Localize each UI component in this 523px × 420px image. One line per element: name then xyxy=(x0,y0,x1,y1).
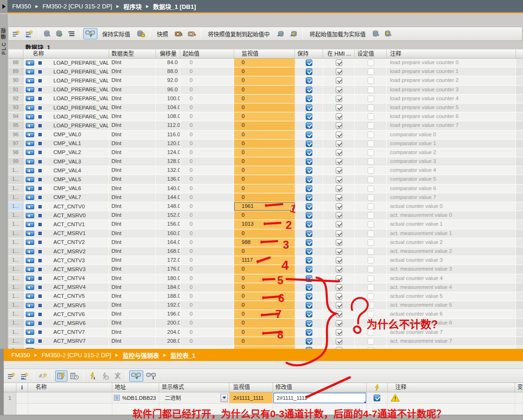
data-type-cell[interactable]: DInt xyxy=(109,328,156,337)
format-dropdown-button[interactable] xyxy=(221,394,228,402)
variable-name-cell[interactable]: ACT_CNTV0 xyxy=(23,202,109,211)
breadcrumb-segment[interactable]: 数据块_1 [DB1] xyxy=(153,2,196,11)
start-value-cell[interactable]: 0 xyxy=(180,131,234,140)
start-value-cell[interactable]: 0 xyxy=(180,220,234,229)
start-value-cell[interactable]: 0 xyxy=(180,274,234,283)
copy-to-start-alt-icon[interactable] xyxy=(287,28,300,39)
add-row-icon[interactable] xyxy=(23,28,36,39)
hmi-visible-checkbox[interactable] xyxy=(336,221,342,228)
variable-name-cell[interactable]: LOAD_PREPARE_VAL6 xyxy=(23,112,109,121)
variable-name-cell[interactable]: LOAD_PREPARE_VAL5 xyxy=(23,103,109,112)
variable-name-cell[interactable]: ACT_MSRV1 xyxy=(23,229,109,238)
comment-cell[interactable]: ! xyxy=(388,392,515,404)
setpoint-checkbox[interactable] xyxy=(368,302,374,309)
retain-checkbox[interactable] xyxy=(306,302,312,309)
data-type-cell[interactable]: DInt xyxy=(109,184,156,193)
hmi-visible-checkbox[interactable] xyxy=(336,113,342,120)
data-type-cell[interactable]: DInt xyxy=(109,121,156,130)
start-value-cell[interactable]: 0 xyxy=(180,95,234,103)
start-value-cell[interactable]: 0 xyxy=(180,166,234,175)
setpoint-checkbox[interactable] xyxy=(368,257,374,264)
variable-name-cell[interactable]: LOAD_PREPARE_VAL0 xyxy=(23,59,109,67)
variable-name-cell[interactable]: ACT_MSRV4 xyxy=(23,283,109,292)
comment-cell[interactable]: load prepare value counter 3 xyxy=(387,86,516,95)
variable-name-cell[interactable]: LOAD_PREPARE_VAL7 xyxy=(23,121,109,130)
comment-cell[interactable]: load prepare value counter 2 xyxy=(387,76,516,85)
comment-cell[interactable]: actual counter value 1 xyxy=(387,220,516,229)
hmi-visible-checkbox[interactable] xyxy=(336,239,342,246)
list-icon[interactable] xyxy=(66,28,77,39)
retain-checkbox[interactable] xyxy=(306,257,312,264)
setpoint-checkbox[interactable] xyxy=(368,122,374,129)
hmi-visible-checkbox[interactable] xyxy=(336,68,342,75)
sidebar-tab-plc-programming[interactable]: PLC 编程 xyxy=(0,14,7,349)
start-value-cell[interactable]: 0 xyxy=(180,157,234,166)
setpoint-checkbox[interactable] xyxy=(368,311,374,317)
comment-cell[interactable]: comparator value 7 xyxy=(387,193,516,202)
monitor-once-icon[interactable]: 1 xyxy=(144,370,158,382)
data-type-cell[interactable]: DInt xyxy=(109,166,156,175)
retain-checkbox[interactable] xyxy=(306,221,312,228)
setpoint-checkbox[interactable] xyxy=(368,329,374,336)
setpoint-checkbox[interactable] xyxy=(368,203,374,210)
setpoint-checkbox[interactable] xyxy=(368,212,374,219)
comment-cell[interactable]: comparator value 5 xyxy=(387,175,516,184)
hmi-visible-checkbox[interactable] xyxy=(336,230,342,237)
data-type-cell[interactable]: DInt xyxy=(109,247,156,256)
start-value-cell[interactable]: 0 xyxy=(180,310,234,319)
comment-cell[interactable]: actual counter value 6 xyxy=(387,310,516,319)
hmi-visible-checkbox[interactable] xyxy=(336,203,342,210)
data-type-cell[interactable]: DInt xyxy=(109,59,156,67)
comment-cell[interactable]: load prepare value counter 1 xyxy=(387,67,516,76)
retain-checkbox[interactable] xyxy=(306,266,312,273)
variable-name-cell[interactable]: ACT_MSRV6 xyxy=(23,319,109,328)
retain-checkbox[interactable] xyxy=(306,158,312,165)
setpoint-checkbox[interactable] xyxy=(368,275,374,282)
start-value-cell[interactable]: 0 xyxy=(180,238,234,247)
name-cell[interactable] xyxy=(28,404,112,415)
comment-cell[interactable]: act. measurement value 4 xyxy=(387,283,516,292)
data-type-cell[interactable]: DInt xyxy=(109,193,156,202)
comment-cell[interactable]: actual counter value 7 xyxy=(387,328,516,337)
setpoint-checkbox[interactable] xyxy=(368,158,374,165)
hmi-visible-checkbox[interactable] xyxy=(336,266,342,273)
data-type-cell[interactable]: DInt xyxy=(109,157,156,166)
variable-name-cell[interactable]: ACT_MSRV7 xyxy=(23,337,109,346)
comment-cell[interactable]: act. measurement value 6 xyxy=(387,319,516,328)
start-value-cell[interactable]: 0 xyxy=(180,319,234,328)
hmi-visible-checkbox[interactable] xyxy=(336,194,342,201)
hmi-visible-checkbox[interactable] xyxy=(336,149,342,156)
start-value-cell[interactable]: 0 xyxy=(180,301,234,310)
retain-checkbox[interactable] xyxy=(306,212,312,219)
data-type-cell[interactable]: DInt xyxy=(109,112,156,121)
retain-checkbox[interactable] xyxy=(306,194,312,201)
start-value-cell[interactable]: 0 xyxy=(180,103,234,112)
data-type-cell[interactable]: DInt xyxy=(109,76,156,85)
setpoint-checkbox[interactable] xyxy=(368,230,374,237)
data-type-cell[interactable]: DInt xyxy=(109,67,156,76)
comment-cell[interactable] xyxy=(388,404,515,415)
retain-checkbox[interactable] xyxy=(306,293,312,300)
comment-cell[interactable]: load prepare value counter 7 xyxy=(387,121,516,130)
start-value-cell[interactable]: 0 xyxy=(180,265,234,274)
hmi-visible-checkbox[interactable] xyxy=(336,167,342,174)
comment-cell[interactable]: actual counter value 4 xyxy=(387,274,516,283)
data-type-cell[interactable]: DInt xyxy=(109,229,156,238)
setpoint-checkbox[interactable] xyxy=(368,77,374,84)
start-value-cell[interactable]: 0 xyxy=(180,202,234,211)
start-value-cell[interactable]: 0 xyxy=(180,76,234,85)
hmi-visible-checkbox[interactable] xyxy=(336,212,342,219)
setpoint-checkbox[interactable] xyxy=(368,284,374,291)
setpoint-checkbox[interactable] xyxy=(368,87,374,93)
data-type-cell[interactable]: DInt xyxy=(109,86,156,95)
start-value-cell[interactable]: 0 xyxy=(180,112,234,121)
setpoint-checkbox[interactable] xyxy=(368,338,374,345)
hmi-visible-checkbox[interactable] xyxy=(336,132,342,138)
comment-cell[interactable]: actual counter value 2 xyxy=(387,238,516,247)
start-value-cell[interactable]: 0 xyxy=(180,140,234,148)
start-value-cell[interactable]: 0 xyxy=(180,175,234,184)
variable-name-cell[interactable]: CMP_VAL3 xyxy=(23,157,109,166)
comment-cell[interactable]: comparator value 6 xyxy=(387,184,516,193)
setpoint-checkbox[interactable] xyxy=(368,59,374,66)
comment-cell[interactable]: comparator value 2 xyxy=(387,148,516,157)
